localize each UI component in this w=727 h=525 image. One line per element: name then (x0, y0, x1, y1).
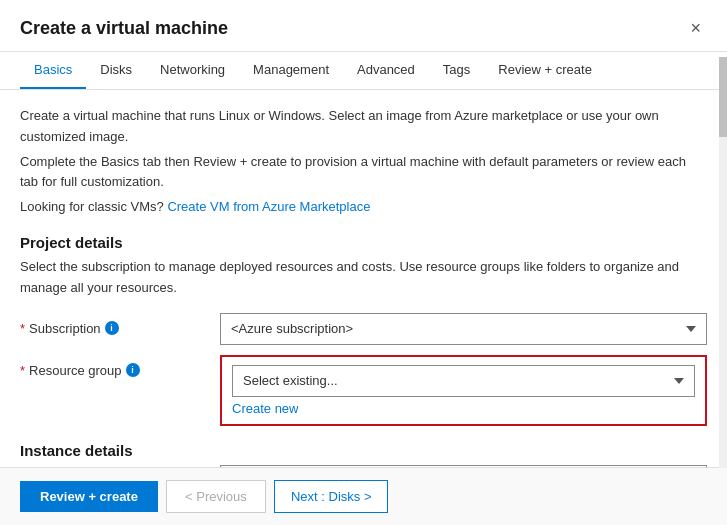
resource-group-control-wrap: Select existing... Create new (220, 355, 707, 426)
intro-line1: Create a virtual machine that runs Linux… (20, 106, 707, 148)
create-from-marketplace-link[interactable]: Create VM from Azure Marketplace (167, 199, 370, 214)
instance-details-title: Instance details (20, 442, 707, 459)
previous-button[interactable]: < Previous (166, 480, 266, 513)
tab-basics[interactable]: Basics (20, 52, 86, 89)
subscription-select[interactable]: <Azure subscription> (220, 313, 707, 345)
subscription-required-star: * (20, 321, 25, 336)
subscription-info-icon[interactable]: i (105, 321, 119, 335)
subscription-control-wrap: <Azure subscription> (220, 313, 707, 345)
tab-advanced[interactable]: Advanced (343, 52, 429, 89)
tab-management[interactable]: Management (239, 52, 343, 89)
dialog-footer: Review + create < Previous Next : Disks … (0, 467, 727, 525)
project-details-title: Project details (20, 234, 707, 251)
resource-group-info-icon[interactable]: i (126, 363, 140, 377)
resource-group-select[interactable]: Select existing... (232, 365, 695, 397)
resource-group-label: * Resource group i (20, 355, 220, 378)
tab-networking[interactable]: Networking (146, 52, 239, 89)
tab-tags[interactable]: Tags (429, 52, 484, 89)
resource-group-inner: Select existing... Create new (232, 365, 695, 416)
resource-group-required-star: * (20, 363, 25, 378)
next-disks-button[interactable]: Next : Disks > (274, 480, 389, 513)
dialog-header: Create a virtual machine × (0, 0, 727, 52)
tabs-bar: Basics Disks Networking Management Advan… (0, 52, 727, 90)
scrollbar-track (719, 57, 727, 468)
close-button[interactable]: × (684, 16, 707, 41)
subscription-row: * Subscription i <Azure subscription> (20, 313, 707, 345)
intro-line3-prefix: Looking for classic VMs? (20, 199, 167, 214)
dialog-title: Create a virtual machine (20, 18, 228, 39)
intro-line3: Looking for classic VMs? Create VM from … (20, 197, 707, 218)
project-details-desc: Select the subscription to manage deploy… (20, 257, 707, 299)
create-vm-dialog: Create a virtual machine × Basics Disks … (0, 0, 727, 525)
subscription-label: * Subscription i (20, 313, 220, 336)
resource-group-row: * Resource group i Select existing... Cr… (20, 355, 707, 426)
intro-line2: Complete the Basics tab then Review + cr… (20, 152, 707, 194)
review-create-button[interactable]: Review + create (20, 481, 158, 512)
scrollbar-thumb[interactable] (719, 57, 727, 137)
tab-review-create[interactable]: Review + create (484, 52, 606, 89)
main-content: Create a virtual machine that runs Linux… (0, 90, 727, 467)
tab-disks[interactable]: Disks (86, 52, 146, 89)
resource-group-box: Select existing... Create new (220, 355, 707, 426)
create-new-resource-group-link[interactable]: Create new (232, 401, 695, 416)
